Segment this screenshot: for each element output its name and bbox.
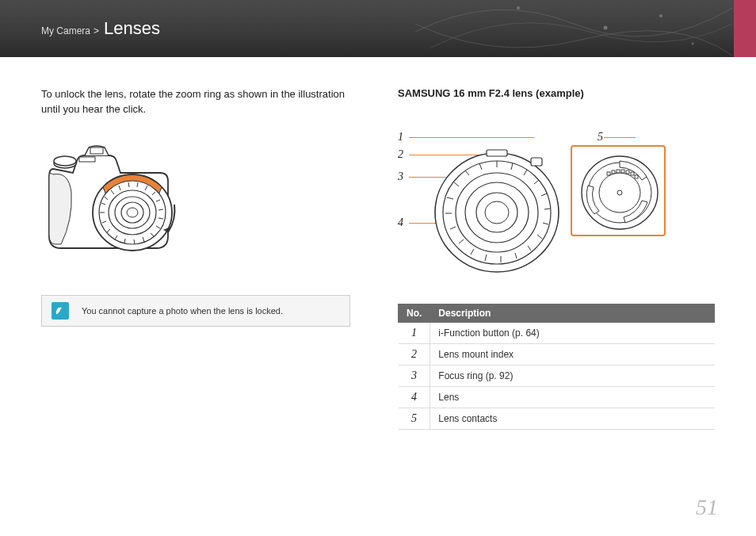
svg-rect-6: [79, 157, 95, 162]
table-cell-desc: Lens contacts: [430, 408, 715, 430]
lens-rear-illustration: [572, 147, 667, 238]
svg-point-0: [517, 6, 520, 10]
callout-4: 4: [398, 216, 403, 229]
header-decoration: [415, 0, 732, 79]
svg-point-5: [54, 156, 76, 166]
callout-3: 3: [398, 170, 403, 183]
svg-rect-69: [626, 170, 629, 174]
note-icon: [52, 302, 69, 320]
svg-rect-36: [531, 158, 542, 166]
callout-2: 2: [398, 148, 403, 161]
svg-rect-66: [612, 170, 615, 174]
camera-illustration: [41, 133, 216, 268]
svg-point-1: [604, 26, 608, 30]
svg-rect-71: [635, 175, 638, 178]
svg-rect-67: [617, 170, 620, 173]
table-cell-no: 2: [399, 344, 430, 366]
svg-point-2: [659, 14, 662, 17]
example-title: SAMSUNG 16 mm F2.4 lens (example): [398, 87, 715, 99]
table-row: 1 i-Function button (p. 64): [399, 323, 715, 344]
lens-diagram: 1 2 3 4 5: [398, 113, 715, 288]
page-number: 51: [696, 495, 718, 520]
table-cell-no: 3: [399, 366, 430, 387]
table-cell-desc: i-Function button (p. 64): [430, 323, 715, 344]
table-cell-desc: Lens: [430, 387, 715, 408]
note-text: You cannot capture a photo when the lens…: [82, 306, 283, 316]
svg-rect-65: [607, 172, 610, 175]
content-area: To unlock the lens, rotate the zoom ring…: [0, 57, 756, 430]
callout-5: 5: [598, 131, 603, 144]
table-cell-desc: Focus ring (p. 92): [430, 366, 715, 387]
breadcrumb-separator: >: [94, 25, 99, 36]
table-row: 4 Lens: [399, 387, 715, 408]
table-row: 5 Lens contacts: [399, 408, 715, 430]
page-title: Lenses: [104, 18, 160, 39]
note-box: You cannot capture a photo when the lens…: [41, 295, 350, 327]
breadcrumb: My Camera > Lenses: [41, 18, 160, 39]
lens-front-illustration: [430, 129, 564, 280]
svg-point-3: [692, 43, 694, 45]
right-column: SAMSUNG 16 mm F2.4 lens (example) 1 2 3 …: [398, 87, 715, 430]
svg-rect-70: [631, 172, 634, 175]
breadcrumb-parent: My Camera: [41, 25, 90, 36]
left-column: To unlock the lens, rotate the zoom ring…: [41, 87, 350, 430]
svg-point-72: [617, 190, 622, 195]
table-header-no: No.: [399, 304, 430, 323]
table-row: 3 Focus ring (p. 92): [399, 366, 715, 387]
svg-rect-7: [90, 147, 103, 154]
table-header-desc: Description: [430, 304, 715, 323]
accent-tab: [734, 0, 756, 57]
callout-1: 1: [398, 131, 403, 144]
svg-rect-35: [487, 150, 507, 156]
svg-rect-68: [621, 170, 624, 173]
intro-text: To unlock the lens, rotate the zoom ring…: [41, 87, 350, 117]
table-cell-no: 5: [399, 408, 430, 430]
table-row: 2 Lens mount index: [399, 344, 715, 366]
callout-line: [604, 137, 636, 138]
table-cell-no: 4: [399, 387, 430, 408]
svg-point-61: [485, 201, 509, 224]
table-cell-desc: Lens mount index: [430, 344, 715, 366]
lens-rear-frame: [571, 145, 666, 236]
table-cell-no: 1: [399, 323, 430, 344]
lens-parts-table: No. Description 1 i-Function button (p. …: [398, 304, 715, 430]
page-header: My Camera > Lenses: [0, 0, 756, 57]
svg-point-33: [127, 208, 138, 217]
